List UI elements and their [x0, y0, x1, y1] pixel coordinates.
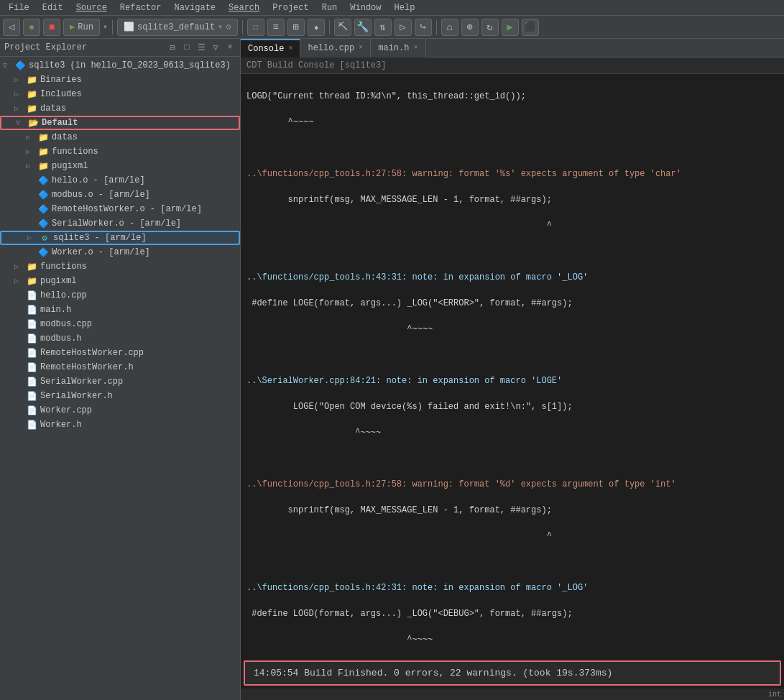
console-line — [246, 349, 778, 361]
menu-help[interactable]: Help — [389, 1, 421, 14]
toolbar-btn-12[interactable]: ↻ — [481, 19, 499, 36]
mh2-icon: 📄 — [26, 333, 37, 344]
tree-item-worker-h[interactable]: ▷ 📄 Worker.h — [0, 418, 240, 432]
tree-item-modbus-h[interactable]: ▷ 📄 modbus.h — [0, 331, 240, 346]
default-arrow: ▽ — [16, 119, 27, 127]
sq-label: sqlite3 - [arm/le] — [53, 233, 147, 243]
back-button[interactable]: ◁ — [3, 19, 20, 36]
tree-item-sqlite3-arm[interactable]: ▷ ⚙ sqlite3 - [arm/le] — [0, 231, 240, 245]
tree-item-default-functions[interactable]: ▷ 📁 functions — [0, 144, 240, 159]
menu-project[interactable]: Project — [267, 1, 314, 14]
rhwh-label: RemoteHostWorker.h — [40, 362, 134, 372]
run-button[interactable]: ▶ Run — [63, 19, 100, 36]
toolbar-btn-3[interactable]: ⊞ — [287, 19, 305, 36]
project-icon: 🔷 — [14, 60, 26, 71]
tree-item-worker-o[interactable]: ▷ 🔷 Worker.o - [arm/le] — [0, 245, 240, 259]
tree-item-sw-cpp[interactable]: ▷ 📄 SerialWorker.cpp — [0, 374, 240, 389]
menu-navigate[interactable]: Navigate — [168, 1, 221, 14]
console-line: ^~~~~ — [246, 323, 778, 336]
sw-icon: 🔷 — [37, 218, 49, 229]
tree-item-includes[interactable]: ▷ 📁 Includes — [0, 87, 240, 101]
tree-item-functions[interactable]: ▷ 📁 functions — [0, 259, 240, 274]
panel-btn-menu[interactable]: ☰ — [195, 42, 207, 53]
toolbar-btn-8[interactable]: ▷ — [395, 19, 412, 36]
tree-item-sw-h[interactable]: ▷ 📄 SerialWorker.h — [0, 389, 240, 403]
toolbar-btn-13[interactable]: ▶ — [502, 19, 519, 36]
stop-button[interactable]: ■ — [43, 19, 60, 36]
tree-item-default-pugixml[interactable]: ▷ 📁 pugixml — [0, 159, 240, 173]
tree-item-rhw-o[interactable]: ▷ 🔷 RemoteHostWorker.o - [arm/le] — [0, 202, 240, 216]
tree-item-datas-root[interactable]: ▷ 📁 datas — [0, 101, 240, 116]
tree-item-pugixml[interactable]: ▷ 📁 pugixml — [0, 274, 240, 288]
tab-hello-cpp-close[interactable]: × — [359, 44, 363, 52]
toolbar-separator-2 — [242, 20, 243, 34]
toolbar-btn-11[interactable]: ⊕ — [461, 19, 479, 36]
console-line — [246, 245, 778, 258]
tree-item-rhw-cpp[interactable]: ▷ 📄 RemoteHostWorker.cpp — [0, 346, 240, 360]
tree-root[interactable]: ▽ 🔷 sqlite3 (in hello_IO_2023_0613_sqlit… — [0, 58, 240, 73]
main-container: Project Explorer ⊟ □ ☰ ▽ × ▽ 🔷 sqlite3 (… — [0, 39, 784, 700]
hcpp-icon: 📄 — [26, 290, 37, 301]
build-status: 14:05:54 Build Finished. 0 errors, 22 wa… — [244, 660, 781, 686]
toolbar-btn-10[interactable]: ⌂ — [441, 19, 458, 36]
dd-icon: 📁 — [37, 132, 49, 143]
toolbar-btn-6[interactable]: 🔧 — [354, 19, 372, 36]
console-line: snprintf(msg, MAX_MESSAGE_LEN - 1, forma… — [246, 193, 778, 206]
console-warning: ..\functions/cpp_tools.h:27:58: warning:… — [246, 167, 778, 180]
tab-console[interactable]: Console × — [241, 39, 300, 57]
menu-run[interactable]: Run — [316, 1, 343, 14]
tab-console-close[interactable]: × — [288, 45, 292, 52]
tree-item-default[interactable]: ▽ 📂 Default — [0, 116, 240, 130]
toolbar-btn-5[interactable]: ⛏ — [334, 19, 351, 36]
menu-search[interactable]: Search — [223, 1, 265, 14]
root-label: sqlite3 (in hello_IO_2023_0613_sqlite3) — [29, 60, 231, 70]
config-dropdown[interactable]: ⬜ sqlite3_default ▾ ⚙ — [117, 19, 238, 36]
toolbar-btn-7[interactable]: ⇅ — [374, 19, 392, 36]
console-note: ..\functions/cpp_tools.h:43:31: note: in… — [246, 271, 778, 284]
panel-btn-minimize[interactable]: ⊟ — [167, 42, 178, 53]
includes-icon: 📁 — [26, 88, 37, 100]
toolbar-btn-1[interactable]: ⬚ — [247, 19, 264, 36]
menu-window[interactable]: Window — [344, 1, 387, 14]
default-icon: 📂 — [27, 117, 39, 129]
menu-file[interactable]: File — [3, 1, 35, 14]
binaries-icon: 📁 — [26, 74, 37, 86]
run-label: Run — [78, 22, 93, 32]
binaries-arrow: ▷ — [14, 75, 26, 84]
rhwcpp-icon: 📄 — [26, 347, 37, 359]
toolbar-btn-4[interactable]: ⬧ — [308, 19, 325, 36]
tree-item-modbus-o[interactable]: ▷ 🔷 modbus.o - [arm/le] — [0, 188, 240, 202]
menu-edit[interactable]: Edit — [37, 1, 69, 14]
tree-item-main-h[interactable]: ▷ 📄 main.h — [0, 303, 240, 317]
toolbar-btn-14[interactable]: ⬛ — [522, 19, 539, 36]
tab-main-h-close[interactable]: × — [413, 44, 418, 52]
hcpp-label: hello.cpp — [40, 290, 87, 300]
panel-btn-close[interactable]: × — [224, 42, 236, 53]
tree-item-modbus-cpp[interactable]: ▷ 📄 modbus.cpp — [0, 317, 240, 331]
console-content[interactable]: LOGD("Current thread ID:%d\n", this_thre… — [241, 74, 784, 658]
build-status-text: 14:05:54 Build Finished. 0 errors, 22 wa… — [254, 668, 612, 678]
menu-refactor[interactable]: Refactor — [114, 1, 167, 14]
config-icon: ⬜ — [124, 22, 134, 32]
tab-hello-cpp[interactable]: hello.cpp × — [300, 39, 371, 57]
tree-item-hello-cpp[interactable]: ▷ 📄 hello.cpp — [0, 288, 240, 303]
fn-arrow: ▷ — [14, 262, 26, 271]
tree-item-hello-o[interactable]: ▷ 🔷 hello.o - [arm/le] — [0, 173, 240, 188]
panel-btn-maximize[interactable]: □ — [181, 42, 193, 53]
run-icon: ▶ — [70, 22, 75, 32]
toolbar-btn-2[interactable]: ≡ — [267, 19, 285, 36]
tree-item-binaries[interactable]: ▷ 📁 Binaries — [0, 73, 240, 87]
px-icon: 📁 — [26, 275, 37, 287]
tab-main-h[interactable]: main.h × — [371, 39, 425, 57]
console-note: ..\functions/cpp_tools.h:42:31: note: in… — [246, 581, 778, 594]
console-header-text: CDT Build Console [sqlite3] — [246, 60, 386, 70]
tree-item-rhw-h[interactable]: ▷ 📄 RemoteHostWorker.h — [0, 360, 240, 374]
panel-btn-filter[interactable]: ▽ — [210, 42, 221, 53]
menu-source[interactable]: Source — [70, 1, 113, 14]
run-play-button[interactable]: ● — [23, 19, 40, 36]
tree-container: ▽ 🔷 sqlite3 (in hello_IO_2023_0613_sqlit… — [0, 57, 240, 700]
tree-item-default-datas[interactable]: ▷ 📁 datas — [0, 130, 240, 144]
toolbar-btn-9[interactable]: ⤷ — [415, 19, 432, 36]
tree-item-sw-o[interactable]: ▷ 🔷 SerialWorker.o - [arm/le] — [0, 216, 240, 231]
tree-item-worker-cpp[interactable]: ▷ 📄 Worker.cpp — [0, 403, 240, 418]
